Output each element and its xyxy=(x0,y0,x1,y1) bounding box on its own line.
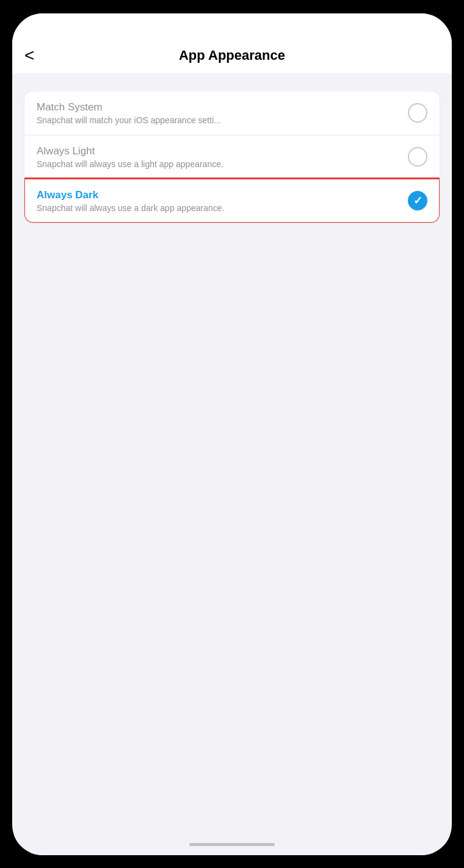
option-always-dark-title: Always Dark xyxy=(37,189,401,201)
home-indicator xyxy=(12,834,452,855)
option-always-light-desc: Snapchat will always use a light app app… xyxy=(37,159,401,169)
option-match-system[interactable]: Match System Snapchat will match your iO… xyxy=(24,91,440,135)
option-match-system-desc: Snapchat will match your iOS appearance … xyxy=(37,115,401,125)
status-bar xyxy=(12,13,452,40)
header: < App Appearance xyxy=(12,40,452,73)
option-match-system-title: Match System xyxy=(37,101,401,113)
option-always-dark-desc: Snapchat will always use a dark app appe… xyxy=(37,203,401,213)
back-button[interactable]: < xyxy=(24,47,34,64)
option-always-light-radio[interactable] xyxy=(408,147,427,167)
option-match-system-text: Match System Snapchat will match your iO… xyxy=(37,101,401,125)
option-always-dark[interactable]: Always Dark Snapchat will always use a d… xyxy=(24,179,440,223)
option-always-light-text: Always Light Snapchat will always use a … xyxy=(37,145,401,169)
option-always-light-title: Always Light xyxy=(37,145,401,157)
home-bar xyxy=(189,843,275,846)
option-always-dark-text: Always Dark Snapchat will always use a d… xyxy=(37,189,401,213)
option-always-dark-radio[interactable] xyxy=(408,191,427,210)
phone-frame: < App Appearance Match System Snapchat w… xyxy=(12,13,452,855)
option-always-light[interactable]: Always Light Snapchat will always use a … xyxy=(24,135,440,179)
page-title: App Appearance xyxy=(24,48,440,63)
content-area: Match System Snapchat will match your iO… xyxy=(12,73,452,834)
option-match-system-radio[interactable] xyxy=(408,103,427,123)
options-card: Match System Snapchat will match your iO… xyxy=(24,91,440,223)
